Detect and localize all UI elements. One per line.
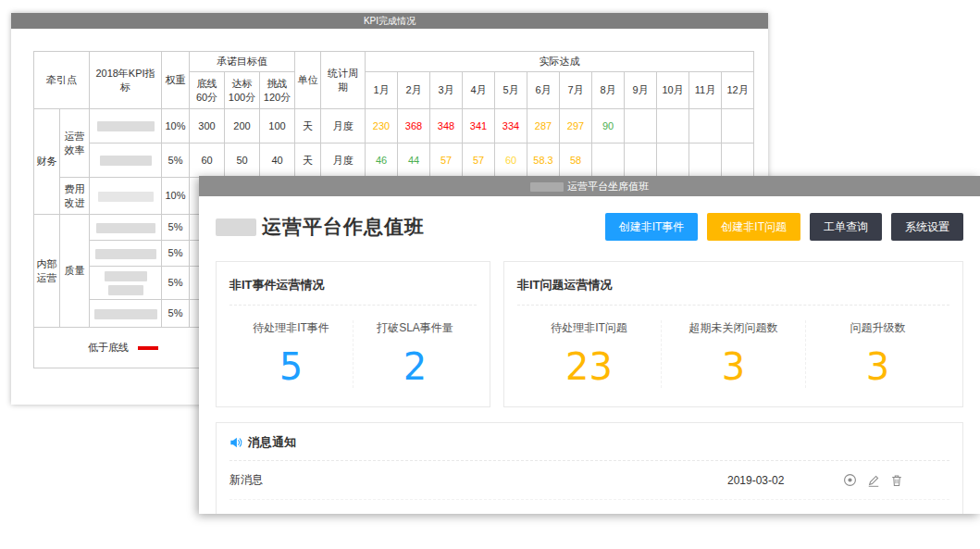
col-header-challenge: 挑战120分 xyxy=(260,72,295,109)
kpi-window-titlebar: KPI完成情况 xyxy=(11,13,768,29)
title-row: 运营平台作息值班 创建非IT事件 创建非IT问题 工单查询 系统设置 xyxy=(216,211,963,243)
stat-pending-events: 待处理非IT事件 5 xyxy=(229,320,353,388)
floor-cell: 300 xyxy=(190,109,225,143)
stat-label: 超期未关闭问题数 xyxy=(662,320,805,336)
weight-cell: 5% xyxy=(162,267,190,300)
month-value-cell: 230 xyxy=(366,109,398,143)
event-card-title: 非IT事件运营情况 xyxy=(229,273,477,306)
period-cell: 月度 xyxy=(321,143,366,178)
month-header: 6月 xyxy=(527,72,560,109)
ticket-query-button[interactable]: 工单查询 xyxy=(810,213,882,241)
month-value-cell xyxy=(689,109,722,143)
stat-pending-problems: 待处理非IT问题 23 xyxy=(517,320,661,388)
stat-value: 23 xyxy=(517,345,661,388)
stat-label: 待处理非IT问题 xyxy=(517,320,661,336)
create-nonit-issue-button[interactable]: 创建非IT问题 xyxy=(707,213,800,241)
month-header: 2月 xyxy=(398,72,430,109)
message-row: 新消息 2019-03-02 xyxy=(229,461,949,500)
stat-sla-broken: 打破SLA事件量 2 xyxy=(353,320,477,388)
duty-titlebar-text: 运营平台坐席值班 xyxy=(567,181,649,192)
month-header: 5月 xyxy=(495,72,527,109)
month-value-cell: 90 xyxy=(592,109,625,143)
system-settings-button[interactable]: 系统设置 xyxy=(891,213,963,241)
create-nonit-event-button[interactable]: 创建非IT事件 xyxy=(605,213,699,241)
speaker-icon xyxy=(229,436,242,449)
month-value-cell: 57 xyxy=(463,143,495,178)
col-header-actual-group: 实际达成 xyxy=(366,52,754,72)
month-value-cell xyxy=(592,143,625,178)
col-header-weight: 权重 xyxy=(162,52,190,109)
unit-cell: 天 xyxy=(295,109,321,143)
page-title: 运营平台作息值班 xyxy=(262,214,425,240)
group-cell-internal: 内部运营 xyxy=(34,215,60,328)
col-header-target-group: 承诺目标值 xyxy=(190,52,295,72)
nonit-problem-card: 非IT问题运营情况 待处理非IT问题 23 超期未关闭问题数 3 问题升级数 3 xyxy=(503,261,963,407)
month-header: 10月 xyxy=(657,72,689,109)
month-value-cell xyxy=(657,143,689,178)
stat-label: 待处理非IT事件 xyxy=(229,320,353,336)
indicator-redacted xyxy=(90,143,162,178)
weight-cell: 5% xyxy=(162,300,190,328)
group-cell-finance: 财务 xyxy=(34,109,60,215)
month-value-cell: 58.3 xyxy=(527,143,560,178)
month-value-cell xyxy=(625,143,657,178)
delete-icon[interactable] xyxy=(890,474,903,487)
month-value-cell: 58 xyxy=(560,143,592,178)
stat-value: 3 xyxy=(806,345,949,388)
month-value-cell: 368 xyxy=(398,109,430,143)
unit-cell: 天 xyxy=(295,143,321,178)
indicator-redacted xyxy=(90,267,162,300)
title-redacted-prefix xyxy=(216,218,256,236)
indicator-redacted xyxy=(90,241,162,267)
weight-cell: 10% xyxy=(162,178,190,215)
col-header-indicator: 2018年KPI指标 xyxy=(90,52,162,109)
stat-value: 2 xyxy=(354,345,477,388)
message-card: 消息通知 新消息 2019-03-02 xyxy=(216,422,963,514)
stat-escalated-problems: 问题升级数 3 xyxy=(805,320,949,388)
month-value-cell: 57 xyxy=(430,143,463,178)
col-header-unit: 单位 xyxy=(295,52,321,109)
message-card-title: 消息通知 xyxy=(248,434,296,451)
month-value-cell: 334 xyxy=(495,109,527,143)
floor-cell: 60 xyxy=(190,143,225,178)
month-value-cell: 297 xyxy=(560,109,592,143)
stat-label: 打破SLA事件量 xyxy=(354,320,477,336)
message-date: 2019-03-02 xyxy=(727,474,843,487)
weight-cell: 5% xyxy=(162,241,190,267)
view-icon[interactable] xyxy=(843,473,857,487)
nonit-event-card: 非IT事件运营情况 待处理非IT事件 5 打破SLA事件量 2 xyxy=(216,261,490,407)
month-value-cell xyxy=(625,109,657,143)
month-value-cell xyxy=(657,109,689,143)
month-value-cell xyxy=(722,109,754,143)
indicator-redacted xyxy=(90,215,162,241)
indicator-redacted xyxy=(90,300,162,328)
message-actions xyxy=(843,473,949,487)
challenge-cell: 40 xyxy=(260,143,295,178)
col-header-standard: 达标100分 xyxy=(225,72,260,109)
month-value-cell: 44 xyxy=(398,143,430,178)
month-value-cell xyxy=(722,143,754,178)
message-text: 新消息 xyxy=(229,472,727,488)
duty-window-titlebar: 运营平台坐席值班 xyxy=(199,176,980,196)
edit-icon[interactable] xyxy=(867,474,880,487)
subcat-cell-op-eff: 运营效率 xyxy=(60,109,90,178)
month-header: 11月 xyxy=(689,72,722,109)
month-header: 12月 xyxy=(722,72,754,109)
weight-cell: 10% xyxy=(162,109,190,143)
legend-red-dash xyxy=(138,346,158,350)
weight-cell: 5% xyxy=(162,215,190,241)
month-value-cell: 46 xyxy=(366,143,398,178)
stat-overdue-problems: 超期未关闭问题数 3 xyxy=(661,320,805,388)
problem-card-title: 非IT问题运营情况 xyxy=(517,273,949,306)
month-header: 3月 xyxy=(430,72,463,109)
stat-value: 5 xyxy=(229,345,353,388)
col-header-floor: 底线60分 xyxy=(190,72,225,109)
standard-cell: 200 xyxy=(225,109,260,143)
month-value-cell: 60 xyxy=(495,143,527,178)
subcat-cell-cost: 费用改进 xyxy=(60,178,90,215)
stat-label: 问题升级数 xyxy=(806,320,949,336)
standard-cell: 50 xyxy=(225,143,260,178)
month-value-cell: 287 xyxy=(527,109,560,143)
weight-cell: 5% xyxy=(162,143,190,178)
challenge-cell: 100 xyxy=(260,109,295,143)
